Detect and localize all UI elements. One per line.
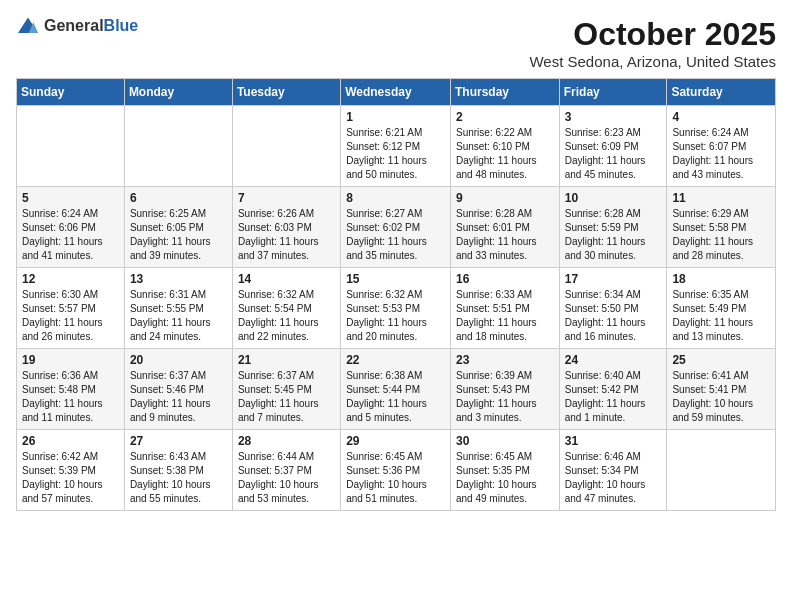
day-info: Sunrise: 6:30 AM Sunset: 5:57 PM Dayligh…	[22, 288, 119, 344]
calendar-cell: 9Sunrise: 6:28 AM Sunset: 6:01 PM Daylig…	[450, 187, 559, 268]
calendar-cell: 20Sunrise: 6:37 AM Sunset: 5:46 PM Dayli…	[124, 349, 232, 430]
day-number: 1	[346, 110, 445, 124]
calendar-cell: 5Sunrise: 6:24 AM Sunset: 6:06 PM Daylig…	[17, 187, 125, 268]
calendar-header-sunday: Sunday	[17, 79, 125, 106]
calendar-cell: 8Sunrise: 6:27 AM Sunset: 6:02 PM Daylig…	[341, 187, 451, 268]
calendar-header-tuesday: Tuesday	[232, 79, 340, 106]
calendar-cell: 31Sunrise: 6:46 AM Sunset: 5:34 PM Dayli…	[559, 430, 667, 511]
day-number: 29	[346, 434, 445, 448]
day-number: 27	[130, 434, 227, 448]
day-info: Sunrise: 6:45 AM Sunset: 5:35 PM Dayligh…	[456, 450, 554, 506]
calendar-header-monday: Monday	[124, 79, 232, 106]
day-info: Sunrise: 6:37 AM Sunset: 5:45 PM Dayligh…	[238, 369, 335, 425]
calendar-cell: 12Sunrise: 6:30 AM Sunset: 5:57 PM Dayli…	[17, 268, 125, 349]
calendar-cell: 23Sunrise: 6:39 AM Sunset: 5:43 PM Dayli…	[450, 349, 559, 430]
month-title: October 2025	[529, 16, 776, 53]
calendar-week-3: 12Sunrise: 6:30 AM Sunset: 5:57 PM Dayli…	[17, 268, 776, 349]
calendar-cell	[17, 106, 125, 187]
day-number: 12	[22, 272, 119, 286]
day-info: Sunrise: 6:33 AM Sunset: 5:51 PM Dayligh…	[456, 288, 554, 344]
logo: GeneralBlue	[16, 16, 138, 36]
calendar-body: 1Sunrise: 6:21 AM Sunset: 6:12 PM Daylig…	[17, 106, 776, 511]
calendar-week-2: 5Sunrise: 6:24 AM Sunset: 6:06 PM Daylig…	[17, 187, 776, 268]
day-info: Sunrise: 6:46 AM Sunset: 5:34 PM Dayligh…	[565, 450, 662, 506]
calendar-week-5: 26Sunrise: 6:42 AM Sunset: 5:39 PM Dayli…	[17, 430, 776, 511]
day-info: Sunrise: 6:21 AM Sunset: 6:12 PM Dayligh…	[346, 126, 445, 182]
day-number: 15	[346, 272, 445, 286]
day-info: Sunrise: 6:28 AM Sunset: 6:01 PM Dayligh…	[456, 207, 554, 263]
calendar-cell: 11Sunrise: 6:29 AM Sunset: 5:58 PM Dayli…	[667, 187, 776, 268]
calendar-week-1: 1Sunrise: 6:21 AM Sunset: 6:12 PM Daylig…	[17, 106, 776, 187]
day-number: 8	[346, 191, 445, 205]
calendar-cell	[124, 106, 232, 187]
calendar-cell: 6Sunrise: 6:25 AM Sunset: 6:05 PM Daylig…	[124, 187, 232, 268]
calendar-header-friday: Friday	[559, 79, 667, 106]
calendar-cell: 27Sunrise: 6:43 AM Sunset: 5:38 PM Dayli…	[124, 430, 232, 511]
day-info: Sunrise: 6:24 AM Sunset: 6:06 PM Dayligh…	[22, 207, 119, 263]
day-number: 19	[22, 353, 119, 367]
day-info: Sunrise: 6:27 AM Sunset: 6:02 PM Dayligh…	[346, 207, 445, 263]
calendar-week-4: 19Sunrise: 6:36 AM Sunset: 5:48 PM Dayli…	[17, 349, 776, 430]
day-info: Sunrise: 6:37 AM Sunset: 5:46 PM Dayligh…	[130, 369, 227, 425]
day-info: Sunrise: 6:31 AM Sunset: 5:55 PM Dayligh…	[130, 288, 227, 344]
calendar-header-wednesday: Wednesday	[341, 79, 451, 106]
calendar-cell: 19Sunrise: 6:36 AM Sunset: 5:48 PM Dayli…	[17, 349, 125, 430]
day-number: 24	[565, 353, 662, 367]
day-info: Sunrise: 6:41 AM Sunset: 5:41 PM Dayligh…	[672, 369, 770, 425]
day-number: 18	[672, 272, 770, 286]
day-info: Sunrise: 6:42 AM Sunset: 5:39 PM Dayligh…	[22, 450, 119, 506]
day-number: 30	[456, 434, 554, 448]
page-header: GeneralBlue October 2025 West Sedona, Ar…	[16, 16, 776, 70]
day-info: Sunrise: 6:38 AM Sunset: 5:44 PM Dayligh…	[346, 369, 445, 425]
day-number: 2	[456, 110, 554, 124]
day-number: 3	[565, 110, 662, 124]
location-title: West Sedona, Arizona, United States	[529, 53, 776, 70]
calendar-cell	[667, 430, 776, 511]
calendar-cell: 7Sunrise: 6:26 AM Sunset: 6:03 PM Daylig…	[232, 187, 340, 268]
day-number: 9	[456, 191, 554, 205]
day-info: Sunrise: 6:24 AM Sunset: 6:07 PM Dayligh…	[672, 126, 770, 182]
calendar: SundayMondayTuesdayWednesdayThursdayFrid…	[16, 78, 776, 511]
calendar-cell: 18Sunrise: 6:35 AM Sunset: 5:49 PM Dayli…	[667, 268, 776, 349]
calendar-cell: 28Sunrise: 6:44 AM Sunset: 5:37 PM Dayli…	[232, 430, 340, 511]
day-number: 14	[238, 272, 335, 286]
day-number: 5	[22, 191, 119, 205]
day-number: 10	[565, 191, 662, 205]
day-number: 4	[672, 110, 770, 124]
day-info: Sunrise: 6:22 AM Sunset: 6:10 PM Dayligh…	[456, 126, 554, 182]
logo-blue: Blue	[104, 17, 139, 34]
calendar-cell: 22Sunrise: 6:38 AM Sunset: 5:44 PM Dayli…	[341, 349, 451, 430]
logo-icon	[16, 16, 40, 36]
day-info: Sunrise: 6:32 AM Sunset: 5:53 PM Dayligh…	[346, 288, 445, 344]
calendar-cell: 29Sunrise: 6:45 AM Sunset: 5:36 PM Dayli…	[341, 430, 451, 511]
day-number: 21	[238, 353, 335, 367]
calendar-cell: 25Sunrise: 6:41 AM Sunset: 5:41 PM Dayli…	[667, 349, 776, 430]
calendar-cell: 1Sunrise: 6:21 AM Sunset: 6:12 PM Daylig…	[341, 106, 451, 187]
day-number: 25	[672, 353, 770, 367]
calendar-cell: 14Sunrise: 6:32 AM Sunset: 5:54 PM Dayli…	[232, 268, 340, 349]
calendar-header-saturday: Saturday	[667, 79, 776, 106]
logo-general: General	[44, 17, 104, 34]
day-number: 22	[346, 353, 445, 367]
calendar-cell: 4Sunrise: 6:24 AM Sunset: 6:07 PM Daylig…	[667, 106, 776, 187]
day-number: 13	[130, 272, 227, 286]
day-number: 23	[456, 353, 554, 367]
calendar-cell: 26Sunrise: 6:42 AM Sunset: 5:39 PM Dayli…	[17, 430, 125, 511]
title-area: October 2025 West Sedona, Arizona, Unite…	[529, 16, 776, 70]
calendar-cell: 2Sunrise: 6:22 AM Sunset: 6:10 PM Daylig…	[450, 106, 559, 187]
day-info: Sunrise: 6:28 AM Sunset: 5:59 PM Dayligh…	[565, 207, 662, 263]
calendar-cell: 24Sunrise: 6:40 AM Sunset: 5:42 PM Dayli…	[559, 349, 667, 430]
day-info: Sunrise: 6:35 AM Sunset: 5:49 PM Dayligh…	[672, 288, 770, 344]
day-info: Sunrise: 6:39 AM Sunset: 5:43 PM Dayligh…	[456, 369, 554, 425]
day-info: Sunrise: 6:44 AM Sunset: 5:37 PM Dayligh…	[238, 450, 335, 506]
day-info: Sunrise: 6:40 AM Sunset: 5:42 PM Dayligh…	[565, 369, 662, 425]
calendar-cell: 17Sunrise: 6:34 AM Sunset: 5:50 PM Dayli…	[559, 268, 667, 349]
calendar-header-thursday: Thursday	[450, 79, 559, 106]
day-info: Sunrise: 6:34 AM Sunset: 5:50 PM Dayligh…	[565, 288, 662, 344]
day-number: 7	[238, 191, 335, 205]
calendar-cell: 30Sunrise: 6:45 AM Sunset: 5:35 PM Dayli…	[450, 430, 559, 511]
day-number: 26	[22, 434, 119, 448]
day-info: Sunrise: 6:23 AM Sunset: 6:09 PM Dayligh…	[565, 126, 662, 182]
day-info: Sunrise: 6:43 AM Sunset: 5:38 PM Dayligh…	[130, 450, 227, 506]
calendar-header-row: SundayMondayTuesdayWednesdayThursdayFrid…	[17, 79, 776, 106]
